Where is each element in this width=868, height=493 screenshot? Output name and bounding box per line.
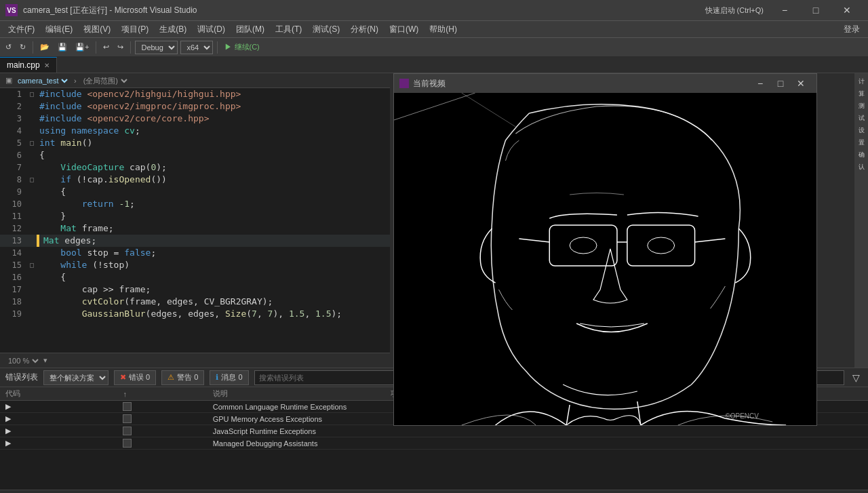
video-window: 当前视频 − □ ✕ [393,73,817,426]
code-editor-panel: ▣ camera_test › (全局范围) 1 □ #include <ope… [0,73,390,368]
warning-count-button[interactable]: ⚠ 警告 0 [161,370,204,385]
menu-tools[interactable]: 工具(T) [270,22,307,37]
exception-expand-4[interactable]: ▶ [5,439,11,447]
side-icon-2[interactable]: 算 [856,88,867,99]
video-close-button[interactable]: ✕ [791,74,811,93]
platform-dropdown[interactable]: x64 [180,41,213,54]
code-line-3: 3 #include <opencv2/core/core.hpp> [0,113,390,125]
exception-check-2[interactable] [123,414,132,423]
right-panel: 当前视频 − □ ✕ [390,73,868,368]
tab-watch[interactable]: 监视 1 [133,491,170,494]
menu-analyze[interactable]: 分析(N) [345,22,384,37]
breadcrumb: ▣ camera_test › (全局范围) [0,73,390,88]
toolbar-sep-4 [217,41,218,54]
breadcrumb-scope-select[interactable]: (全局范围) [81,76,130,85]
toolbar: ↺ ↻ 📂 💾 💾+ ↩ ↪ Debug x64 ▶ 继续(C) [0,37,868,56]
exception-check-3[interactable] [123,427,132,435]
exception-expand-3[interactable]: ▶ [5,427,11,435]
tab-close-icon[interactable]: ✕ [44,62,50,69]
forward-button[interactable]: ↻ [17,41,28,53]
back-button[interactable]: ↺ [3,41,14,53]
code-line-2: 2 #include <opencv2/imgproc/imgproc.hpp> [0,100,390,113]
exception-expand-1[interactable]: ▶ [5,402,11,410]
col-desc: 说明 [208,387,386,401]
run-button[interactable]: ▶ 继续(C) [222,41,262,54]
signin-link[interactable]: 登录 [838,22,865,37]
side-icon-5[interactable]: 设 [856,125,867,136]
code-line-10: 10 return -1; [0,198,390,210]
video-window-controls: − □ ✕ [750,74,811,93]
open-button[interactable]: 📂 [37,41,52,53]
menu-window[interactable]: 窗口(W) [384,22,424,37]
code-line-4: 4 using namespace cv; [0,125,390,137]
menu-help[interactable]: 帮助(H) [424,22,462,37]
col-sort[interactable]: ↑ [117,387,207,401]
svg-line-4 [695,239,726,242]
config-dropdown[interactable]: Debug [135,41,178,54]
tab-call-stack[interactable]: 调用堆栈 [722,491,768,494]
toolbar-sep-2 [96,41,96,54]
window-title: camera_test [正在运行] - Microsoft Visual St… [23,5,700,16]
code-line-14: 14 bool stop = false; [0,247,390,259]
menu-test[interactable]: 测试(S) [307,22,345,37]
title-bar: VS camera_test [正在运行] - Microsoft Visual… [0,0,868,20]
menu-edit[interactable]: 编辑(E) [40,22,78,37]
svg-rect-0 [549,225,617,266]
svg-rect-1 [627,225,695,266]
side-icon-7[interactable]: 确 [856,149,867,160]
error-count-label: 错误 0 [129,372,150,382]
breadcrumb-project-select[interactable]: camera_test [15,76,70,85]
menu-team[interactable]: 团队(M) [231,22,270,37]
redo-button[interactable]: ↪ [115,41,126,53]
close-button[interactable]: ✕ [831,0,863,20]
tab-error-list[interactable]: 错误列表 [3,491,49,494]
side-icon-4[interactable]: 试 [856,113,867,123]
code-line-19: 19 GaussianBlur(edges, edges, Size(7, 7)… [0,308,390,320]
warning-icon: ⚠ [167,373,174,382]
search-box[interactable]: 快速启动 (Ctrl+Q) [705,5,764,16]
menu-file[interactable]: 文件(F) [3,22,40,37]
menu-debug[interactable]: 调试(D) [192,22,231,37]
error-scope-select[interactable]: 整个解决方案 [43,370,108,385]
minimize-button[interactable]: − [769,0,800,20]
maximize-button[interactable]: □ [800,0,831,20]
message-count-button[interactable]: ℹ 消息 0 [210,370,248,385]
tab-immediate[interactable]: 即时窗口 [819,491,865,494]
undo-button[interactable]: ↩ [100,41,112,53]
exception-expand-2[interactable]: ▶ [5,414,11,422]
video-minimize-button[interactable]: − [750,74,770,93]
code-line-16: 16 { [0,271,390,283]
tab-main-cpp[interactable]: main.cpp ✕ [0,57,57,73]
video-titlebar: 当前视频 − □ ✕ [394,74,816,93]
side-icon-1[interactable]: 计 [856,76,867,87]
save-button[interactable]: 💾 [55,41,70,53]
side-icon-8[interactable]: 认 [856,161,867,172]
toolbar-sep-1 [33,41,33,54]
breakpoint-marker [37,235,39,247]
video-window-logo [399,79,409,88]
error-count-button[interactable]: ✖ 错误 0 [114,370,156,385]
zoom-select[interactable]: 100 % [5,356,41,366]
video-content: ©OPENCV [394,93,816,425]
save-all-button[interactable]: 💾+ [73,41,92,53]
tab-locals[interactable]: 局部变量 [84,491,130,494]
svg-text:©OPENCV: ©OPENCV [725,412,759,420]
tab-output[interactable]: 输出 [52,491,81,494]
code-editor[interactable]: 1 □ #include <opencv2/highgui/highgui.hp… [0,88,390,353]
error-filter-button[interactable]: ▽ [850,371,863,384]
side-icon-3[interactable]: 测 [856,100,867,111]
exception-check-4[interactable] [123,439,132,448]
menu-project[interactable]: 项目(P) [116,22,154,37]
tab-exception-settings[interactable]: 异常设置 [770,491,816,494]
side-icon-6[interactable]: 置 [856,137,867,148]
code-line-6: 6 { [0,149,390,161]
right-tab-group: 调用堆栈 异常设置 即时窗口 [722,491,865,494]
video-maximize-button[interactable]: □ [770,74,791,93]
code-line-11: 11 } [0,210,390,222]
breadcrumb-icon: ▣ [5,76,12,85]
main-area: ▣ camera_test › (全局范围) 1 □ #include <ope… [0,73,868,368]
menu-build[interactable]: 生成(B) [154,22,192,37]
menu-view[interactable]: 视图(V) [78,22,116,37]
exception-check-1[interactable] [123,402,132,411]
editor-tabs: main.cpp ✕ [0,56,868,73]
